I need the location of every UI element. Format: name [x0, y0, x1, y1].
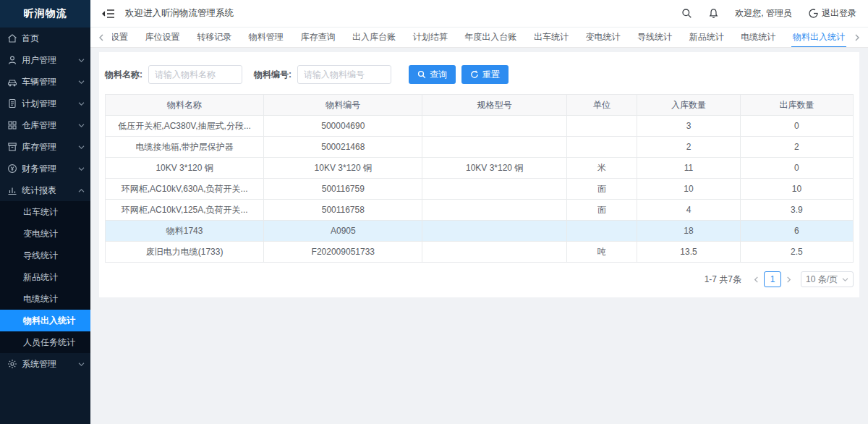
cell-in-qty: 3	[637, 116, 741, 137]
submenu-label: 变电统计	[23, 228, 58, 240]
sidebar-item-personnel-task-stats[interactable]: 人员任务统计	[0, 331, 90, 353]
cell-spec	[422, 179, 567, 200]
sidebar-item-label: 首页	[22, 33, 85, 45]
tabs-scroll-left-icon[interactable]	[98, 34, 105, 41]
tab-cable-stats[interactable]: 电缆统计	[739, 27, 777, 47]
tab-wire-stats[interactable]: 导线统计	[636, 27, 673, 47]
tab-settings-clipped[interactable]: 设置	[112, 27, 129, 47]
cell-unit	[566, 116, 637, 137]
sidebar-item-label: 统计报表	[22, 185, 78, 197]
tabs-scroll-right-icon[interactable]	[854, 34, 861, 41]
sidebar-item-inventory[interactable]: 库存管理	[0, 136, 90, 158]
sidebar-item-cable-stats[interactable]: 电缆统计	[0, 288, 90, 310]
sidebar-item-material-inout-stats[interactable]: 物料出入统计	[0, 310, 90, 331]
inventory-icon	[7, 142, 17, 152]
sidebar-item-label: 仓库管理	[22, 119, 78, 132]
chevron-down-icon	[78, 58, 85, 63]
sidebar-item-plans[interactable]: 计划管理	[0, 93, 90, 114]
search-button[interactable]: 查询	[409, 65, 456, 84]
plan-icon	[7, 98, 17, 109]
tab-material-inout-stats[interactable]: 物料出入统计	[791, 27, 846, 47]
sidebar-item-reports[interactable]: 统计报表	[0, 179, 90, 201]
cell-name: 废旧电力电缆(1733)	[106, 242, 264, 263]
sidebar-item-label: 系统管理	[22, 358, 78, 370]
col-header-spec: 规格型号	[422, 95, 567, 116]
sidebar: 昕润物流 首页 用户管理 车辆管理 计划管理 仓库管理 库存管理	[0, 0, 90, 424]
cell-in-qty: 18	[637, 221, 741, 242]
welcome-text: 欢迎进入昕润物流管理系统	[125, 7, 234, 20]
material-code-input[interactable]	[297, 65, 391, 84]
table-row[interactable]: 环网柜,AC10kV,630A,负荷开关... 500116759 面 10 1…	[106, 179, 854, 200]
prev-page-icon[interactable]	[753, 276, 760, 283]
material-name-label: 物料名称:	[105, 69, 142, 81]
logout-button[interactable]: 退出登录	[808, 7, 856, 20]
table-row[interactable]: 物料1743 A0905 18 6	[106, 221, 854, 242]
tab-storage-location[interactable]: 库位设置	[144, 27, 182, 47]
tab-substation-stats[interactable]: 变电统计	[584, 27, 621, 47]
submenu-label: 电缆统计	[23, 293, 58, 305]
sidebar-item-label: 用户管理	[22, 54, 78, 67]
sidebar-item-newproduct-stats[interactable]: 新品统计	[0, 266, 90, 288]
sidebar-item-system[interactable]: 系统管理	[0, 353, 90, 375]
cell-in-qty: 10	[637, 179, 741, 200]
tab-transfer-records[interactable]: 转移记录	[195, 27, 233, 47]
cell-code: 10KV 3*120 铜	[264, 158, 422, 179]
material-name-input[interactable]	[148, 65, 242, 84]
sidebar-item-home[interactable]: 首页	[0, 27, 90, 49]
sidebar-item-finance[interactable]: 财务管理	[0, 158, 90, 179]
reset-button-label: 重置	[482, 69, 500, 81]
tab-plan-settlement[interactable]: 计划结算	[412, 27, 449, 47]
tab-material-management[interactable]: 物料管理	[247, 27, 285, 47]
cell-unit: 面	[566, 179, 637, 200]
cell-unit	[566, 221, 637, 242]
cell-code: 500021468	[264, 137, 422, 158]
tab-inventory-query[interactable]: 库存查询	[299, 27, 336, 47]
collapse-sidebar-icon[interactable]	[102, 9, 115, 19]
cell-spec	[422, 116, 567, 137]
sidebar-item-substation-stats[interactable]: 变电统计	[0, 223, 90, 245]
col-header-out-qty: 出库数量	[740, 95, 853, 116]
chevron-down-icon	[78, 80, 85, 85]
chevron-down-icon	[78, 166, 85, 171]
app-logo: 昕润物流	[0, 0, 90, 27]
submenu-label: 人员任务统计	[23, 336, 75, 349]
sidebar-item-warehouse[interactable]: 仓库管理	[0, 114, 90, 136]
table-row[interactable]: 环网柜,AC10kV,125A,负荷开关... 500116758 面 4 3.…	[106, 200, 854, 221]
tab-label: 设置	[112, 27, 128, 47]
table-row[interactable]: 废旧电力电缆(1733) F202009051733 吨 13.5 2.5	[106, 242, 854, 263]
table-row[interactable]: 低压开关柜,AC380V,抽屉式,分段... 500004690 3 0	[106, 116, 854, 137]
bell-icon[interactable]	[708, 8, 719, 19]
search-icon[interactable]	[681, 8, 692, 19]
sidebar-item-label: 计划管理	[22, 98, 78, 110]
tab-annual-ledger[interactable]: 年度出入台账	[463, 27, 518, 47]
reset-button[interactable]: 重置	[461, 65, 509, 84]
home-icon	[7, 33, 17, 43]
tab-newproduct-stats[interactable]: 新品统计	[688, 27, 726, 47]
sidebar-item-users[interactable]: 用户管理	[0, 49, 90, 71]
submenu-label: 出车统计	[23, 206, 58, 219]
sidebar-item-label: 财务管理	[22, 163, 78, 175]
tab-inout-ledger[interactable]: 出入库台账	[351, 27, 397, 47]
sidebar-item-wire-stats[interactable]: 导线统计	[0, 245, 90, 266]
pagination-summary: 1-7 共7条	[705, 274, 741, 286]
user-greeting: 欢迎您, 管理员	[735, 7, 792, 20]
page-size-select[interactable]: 10 条/页	[801, 271, 854, 287]
material-stats-table: 物料名称 物料编号 规格型号 单位 入库数量 出库数量 低压开关柜,AC380V…	[105, 94, 854, 263]
search-icon	[417, 70, 426, 79]
cell-unit	[566, 137, 637, 158]
chevron-down-icon	[78, 101, 85, 106]
tab-vehicle-stats[interactable]: 出车统计	[532, 27, 570, 47]
table-row[interactable]: 电缆接地箱,带护层保护器 500021468 2 2	[106, 137, 854, 158]
cell-out-qty: 0	[740, 116, 853, 137]
page-number-button[interactable]: 1	[764, 271, 781, 287]
cell-in-qty: 2	[637, 137, 741, 158]
next-page-icon[interactable]	[786, 276, 792, 283]
topbar: 欢迎进入昕润物流管理系统 欢迎您, 管理员 退出登录	[90, 0, 868, 27]
cell-spec	[422, 200, 567, 221]
cell-out-qty: 2.5	[740, 242, 853, 263]
panel-card: 物料名称: 物料编号: 查询 重置	[99, 52, 859, 297]
sidebar-item-vehicles[interactable]: 车辆管理	[0, 71, 90, 93]
sidebar-item-vehicle-stats[interactable]: 出车统计	[0, 201, 90, 223]
table-row[interactable]: 10KV 3*120 铜 10KV 3*120 铜 10KV 3*120 铜 米…	[106, 158, 854, 179]
logout-label: 退出登录	[822, 7, 856, 20]
